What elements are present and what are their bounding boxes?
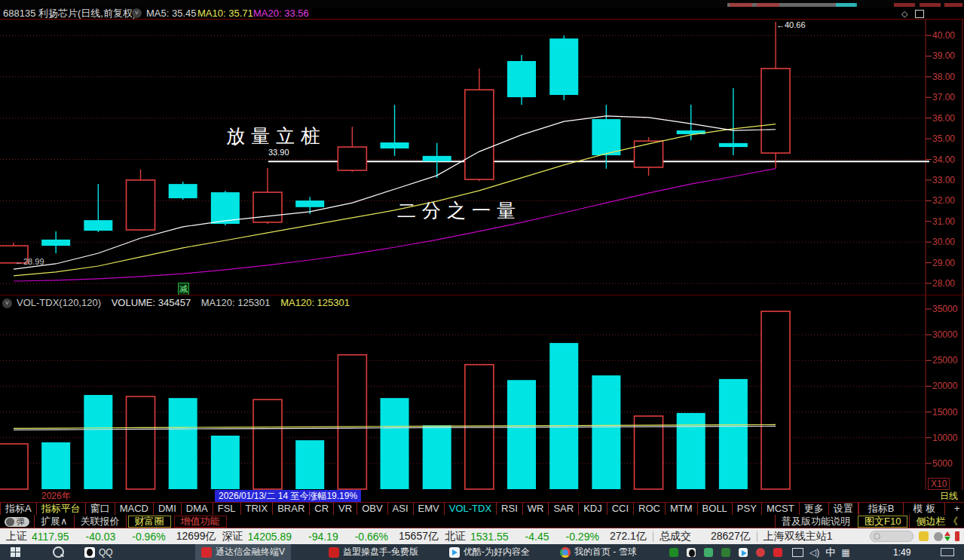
tab-WR[interactable]: WR — [523, 503, 549, 515]
tray-green-icon[interactable] — [669, 548, 678, 557]
network-icon[interactable] — [792, 548, 803, 557]
tab-KDJ[interactable]: KDJ — [579, 503, 607, 515]
yimeng-icon — [329, 547, 339, 558]
qq-label: QQ — [99, 547, 113, 558]
candle-body — [41, 240, 70, 246]
tab-指标平台[interactable]: 指标平台 — [37, 503, 86, 515]
tab-MTM[interactable]: MTM — [666, 503, 698, 515]
index-quote-北证[interactable]: 北证1531.55-4.45-0.29%272.1亿 — [439, 530, 647, 543]
tab-CR[interactable]: CR — [310, 503, 334, 515]
toolbar-item-1[interactable]: 扩展∧ — [35, 515, 75, 528]
volume-bar — [127, 396, 155, 489]
toolbar-item-2[interactable]: 关联报价 — [75, 515, 127, 528]
tab-PSY[interactable]: PSY — [733, 503, 762, 515]
keyboard-icon[interactable]: ▦ — [841, 547, 849, 558]
chevron-down-icon[interactable]: ˅ — [132, 8, 142, 18]
tab-BRAR[interactable]: BRAR — [273, 503, 310, 515]
taskbar-app-4[interactable]: 我的首页 - 雪球 — [554, 544, 643, 560]
toolbar-item-3[interactable]: 财富圈 — [128, 516, 171, 528]
tab-VOL-TDX[interactable]: VOL-TDX — [445, 503, 497, 515]
shareholder-reduction-badge[interactable]: 减 — [178, 283, 189, 295]
speaker-icon[interactable]: ◁) — [809, 547, 819, 558]
volume-tick-label: 20000 — [932, 381, 964, 391]
tab-+[interactable]: + — [944, 503, 964, 515]
popup-toggle[interactable]: 弹 — [5, 517, 29, 527]
clock[interactable]: 1:49 — [893, 544, 910, 560]
toolbar-item-4[interactable]: 增值功能 — [174, 516, 227, 528]
search-input[interactable] — [870, 531, 914, 542]
bell-icon[interactable] — [934, 532, 943, 541]
tab-设置[interactable]: 设置 — [829, 503, 858, 515]
up-down-arrows-icon[interactable] — [943, 531, 952, 541]
volume-pane[interactable]: ˅ VOL-TDX(120,120) VOLUME: 345457 MA120:… — [0, 295, 964, 491]
tab-窗口[interactable]: 窗口 — [86, 503, 115, 515]
menu-bar-fragment — [920, 3, 941, 7]
period-label[interactable]: 日线 — [940, 490, 958, 502]
candlestick-pane[interactable]: 40.0039.0038.0037.0036.0035.0034.0033.00… — [0, 19, 964, 295]
indicator-tabs: 指标A指标平台窗口MACDDMIDMAFSLTRIXBRARCRVROBVASI… — [0, 503, 858, 515]
tab-RSI[interactable]: RSI — [497, 503, 523, 515]
tab-DMA[interactable]: DMA — [182, 503, 213, 515]
tab-指标A[interactable]: 指标A — [0, 503, 37, 515]
tab-MCST[interactable]: MCST — [762, 503, 800, 515]
taskbar-app-3[interactable]: 优酷-为好内容全 — [443, 544, 536, 560]
tab-OBV[interactable]: OBV — [357, 503, 387, 515]
total-turnover-value: 28627亿 — [711, 530, 751, 543]
taskbar-app-2[interactable]: 益盟操盘手-免费版 — [323, 544, 424, 560]
diamond-icon[interactable]: ◇ — [901, 8, 907, 20]
volume-tick-label: 5000 — [932, 458, 964, 469]
alert-icon[interactable] — [955, 531, 959, 541]
tab-更多[interactable]: 更多 — [800, 503, 829, 515]
menu-bar-fragment — [757, 3, 779, 7]
price-tick-label: 33.00 — [932, 175, 964, 185]
tray-qq-icon[interactable] — [687, 548, 696, 557]
panel-toggle-icon[interactable] — [915, 10, 924, 18]
tab-ASI[interactable]: ASI — [388, 503, 414, 515]
quote-field: 15657亿 — [399, 530, 439, 543]
candle-body — [169, 184, 197, 198]
tab-TRIX[interactable]: TRIX — [241, 503, 274, 515]
toolbar-right-item-0[interactable]: 普及版功能说明 — [775, 515, 856, 528]
high-price-label: ←40.66 — [776, 20, 806, 29]
window-outline-icon — [941, 548, 954, 556]
tab-VR[interactable]: VR — [334, 503, 357, 515]
tab-SAR[interactable]: SAR — [549, 503, 579, 515]
tab-FSL[interactable]: FSL — [213, 503, 241, 515]
chevron-down-icon[interactable]: ˅ — [2, 298, 12, 308]
tray-blue-icon[interactable] — [739, 548, 748, 557]
secondary-toolbar: 弹扩展∧关联报价财富圈增值功能 普及版功能说明图文F10侧边栏 《 — [0, 515, 964, 528]
volume-bar — [295, 440, 324, 489]
tab-BOLL[interactable]: BOLL — [698, 503, 733, 515]
index-quote-上证[interactable]: 上证4117.95-40.03-0.96%12699亿 — [0, 530, 216, 543]
taskbar-app-qq[interactable]: QQ — [84, 544, 113, 560]
toolbar-item-0[interactable]: 弹 — [0, 515, 35, 528]
tray-red-circle-icon[interactable] — [756, 548, 765, 557]
volume-tick-label: 10000 — [932, 433, 964, 443]
tab-指标B[interactable]: 指标B — [858, 503, 904, 515]
ma10-value-label: MA10: 35.71 — [197, 8, 253, 19]
tray-wallet-icon[interactable] — [704, 548, 713, 557]
tab-MACD[interactable]: MACD — [115, 503, 154, 515]
tab-DMI[interactable]: DMI — [154, 503, 182, 515]
toolbar-right-item-1[interactable]: 图文F10 — [858, 516, 907, 528]
windows-logo-icon — [11, 547, 20, 557]
volume-chart[interactable] — [0, 295, 964, 491]
server-name[interactable]: 上海双线主站1 — [764, 530, 833, 543]
start-button[interactable] — [11, 544, 20, 560]
tab-CCI[interactable]: CCI — [607, 503, 634, 515]
toolbar-right-item-2[interactable]: 侧边栏 《 — [909, 515, 964, 528]
shield-icon[interactable] — [919, 531, 929, 541]
tab-EMV[interactable]: EMV — [414, 503, 445, 515]
candlestick-chart[interactable] — [0, 20, 964, 295]
tray-leaf-icon[interactable] — [721, 548, 730, 557]
index-quote-深证[interactable]: 深证14205.89-94.19-0.66%15657亿 — [216, 530, 439, 543]
tab-ROC[interactable]: ROC — [634, 503, 666, 515]
taskbar-search-button[interactable] — [53, 544, 64, 560]
ime-indicator[interactable]: 中 — [825, 546, 835, 559]
candle-body — [761, 69, 790, 153]
show-desktop-button[interactable] — [941, 544, 954, 560]
tab-模板[interactable]: 模 板 — [903, 503, 944, 515]
tray-red-arrow-icon[interactable] — [773, 548, 782, 557]
volume-header: ˅ VOL-TDX(120,120) VOLUME: 345457 MA120:… — [0, 297, 357, 308]
taskbar-app-1[interactable]: 通达信金融终端V — [195, 544, 291, 560]
